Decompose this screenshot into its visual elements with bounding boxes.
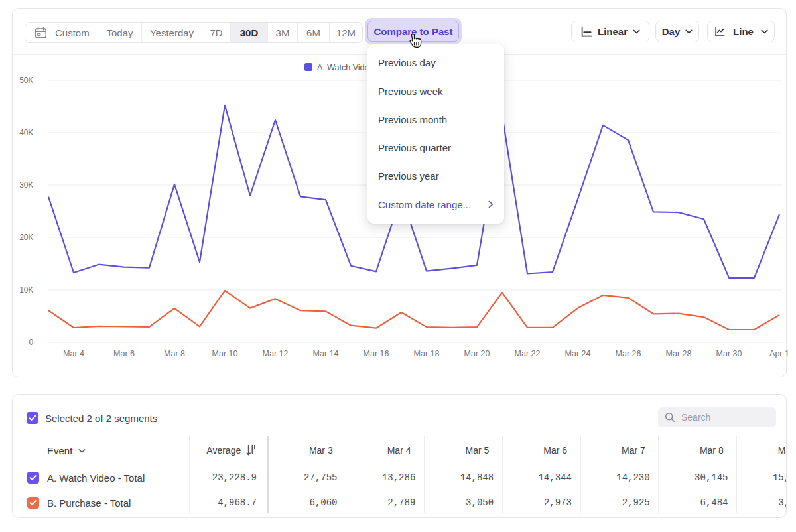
svg-text:40K: 40K: [19, 128, 33, 137]
svg-text:Mar 22: Mar 22: [515, 349, 541, 358]
svg-text:Mar 6: Mar 6: [113, 349, 135, 358]
svg-text:Mar 16: Mar 16: [364, 349, 389, 358]
svg-text:Mar 8: Mar 8: [164, 349, 185, 358]
svg-text:Mar 12: Mar 12: [263, 349, 289, 358]
svg-text:Mar 24: Mar 24: [565, 349, 591, 358]
svg-text:30K: 30K: [19, 180, 33, 190]
svg-text:20K: 20K: [19, 233, 33, 242]
svg-text:0: 0: [29, 338, 34, 347]
svg-text:Mar 18: Mar 18: [414, 349, 440, 358]
svg-text:Mar 28: Mar 28: [666, 349, 692, 358]
svg-text:10K: 10K: [19, 285, 33, 295]
svg-text:Mar 10: Mar 10: [212, 349, 238, 358]
svg-text:Mar 26: Mar 26: [616, 349, 641, 358]
svg-text:50K: 50K: [19, 76, 33, 85]
svg-text:Mar 14: Mar 14: [313, 349, 339, 358]
svg-text:Mar 4: Mar 4: [63, 349, 84, 358]
svg-text:Mar 20: Mar 20: [464, 349, 490, 358]
svg-text:Mar 30: Mar 30: [716, 349, 742, 358]
svg-text:Apr 1: Apr 1: [769, 349, 789, 358]
